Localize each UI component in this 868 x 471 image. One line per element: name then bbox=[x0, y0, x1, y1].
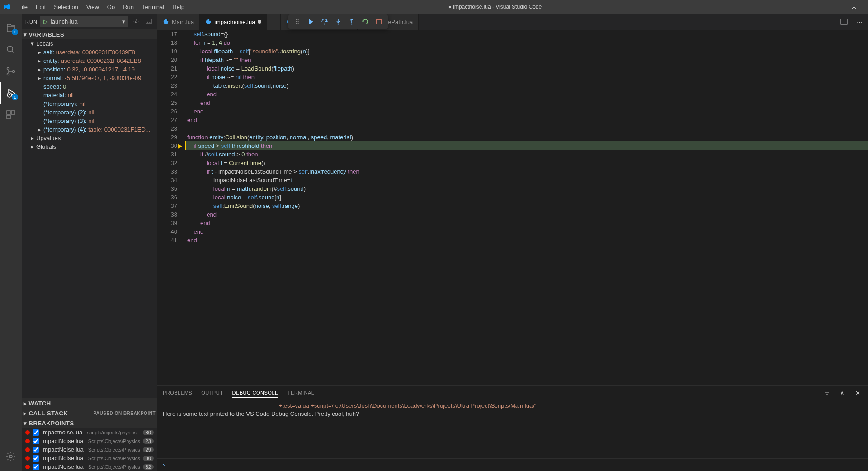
breakpoint-item[interactable]: ImpactNoise.luaScripts\Objects\Physics32 bbox=[22, 462, 157, 471]
code-line[interactable]: end bbox=[185, 107, 868, 116]
step-into-button[interactable] bbox=[332, 15, 344, 28]
code-line[interactable]: for n = 1, 4 do bbox=[185, 38, 868, 47]
source-control-icon[interactable] bbox=[0, 61, 22, 82]
restart-button[interactable] bbox=[359, 15, 372, 28]
code-line[interactable]: end bbox=[185, 99, 868, 107]
toolbar-grip-icon[interactable]: ⠿ bbox=[291, 15, 304, 28]
code-editor[interactable]: 1718192021222324252627282930313233343536… bbox=[157, 30, 868, 385]
menu-edit[interactable]: Edit bbox=[32, 2, 49, 12]
breakpoint-checkbox[interactable] bbox=[33, 447, 39, 453]
code-line[interactable]: if noise ~= nil then bbox=[185, 73, 868, 81]
panel-tab-output[interactable]: Output bbox=[201, 388, 223, 397]
code-line[interactable]: end bbox=[185, 90, 868, 99]
code-line[interactable]: local noise = self.sound[n] bbox=[185, 193, 868, 202]
code-line[interactable]: local noise = LoadSound(filepath) bbox=[185, 64, 868, 73]
variable-item[interactable]: ▸entity: userdata: 00000231F8042EB8 bbox=[22, 57, 157, 65]
split-editor-icon[interactable] bbox=[839, 17, 849, 27]
step-over-button[interactable] bbox=[318, 15, 331, 28]
debug-sidebar: RUN ▷ launch-lua ▾ ▾VARIABLES ▾Locals ▸s… bbox=[22, 14, 157, 471]
breakpoints-header[interactable]: ▾BREAKPOINTS bbox=[22, 418, 157, 428]
breakpoint-item[interactable]: impactnoise.luascripts/objects/physics30 bbox=[22, 428, 157, 437]
variable-item[interactable]: ▸normal: -5.58794e-07, 1, -9.8034e-09 bbox=[22, 74, 157, 82]
panel-tab-debug-console[interactable]: Debug Console bbox=[232, 388, 278, 398]
play-icon: ▷ bbox=[43, 18, 48, 25]
globals-scope[interactable]: ▸Globals bbox=[22, 142, 157, 151]
variable-item[interactable]: (*temporary) (2): nil bbox=[22, 108, 157, 117]
code-line[interactable]: if filepath ~= "" then bbox=[185, 56, 868, 64]
launch-config-select[interactable]: ▷ launch-lua ▾ bbox=[40, 16, 128, 27]
upvalues-scope[interactable]: ▸Upvalues bbox=[22, 134, 157, 142]
panel-tab-terminal[interactable]: Terminal bbox=[288, 388, 315, 397]
callstack-header[interactable]: ▸CALL STACKPAUSED ON BREAKPOINT bbox=[22, 408, 157, 418]
variable-item[interactable]: ▸self: userdata: 00000231F80439F8 bbox=[22, 48, 157, 57]
editor-tab[interactable]: Main.lua bbox=[157, 14, 200, 30]
code-line[interactable]: end bbox=[185, 236, 868, 245]
step-out-button[interactable] bbox=[345, 15, 358, 28]
minimize-button[interactable] bbox=[802, 0, 823, 14]
run-debug-icon[interactable]: 1 bbox=[0, 82, 22, 104]
breakpoint-checkbox[interactable] bbox=[33, 464, 39, 470]
variables-header[interactable]: ▾VARIABLES bbox=[22, 29, 157, 39]
menu-view[interactable]: View bbox=[83, 2, 103, 12]
extensions-icon[interactable] bbox=[0, 104, 22, 126]
code-line[interactable]: ImpactNoiseLastSoundTime=t bbox=[185, 176, 868, 184]
code-line[interactable]: local n = math.random(#self.sound) bbox=[185, 184, 868, 193]
menu-selection[interactable]: Selection bbox=[50, 2, 81, 12]
debug-toolbar[interactable]: ⠿ bbox=[288, 14, 388, 29]
code-line[interactable]: if t - ImpactNoiseLastSoundTime > self.m… bbox=[185, 167, 868, 176]
variable-item[interactable]: ▸position: 0.32, -0.000941217, -4.19 bbox=[22, 65, 157, 74]
menu-terminal[interactable]: Terminal bbox=[138, 2, 168, 12]
breakpoint-item[interactable]: ImpactNoise.luaScripts\Objects\Physics30 bbox=[22, 454, 157, 462]
code-line[interactable]: function entity:Collision(entity, positi… bbox=[185, 133, 868, 141]
explorer-icon[interactable]: 1 bbox=[0, 17, 22, 39]
code-line[interactable] bbox=[185, 124, 868, 133]
watch-header[interactable]: ▸WATCH bbox=[22, 398, 157, 408]
variable-item[interactable]: ▸(*temporary) (4): table: 00000231F1ED..… bbox=[22, 125, 157, 134]
breakpoint-checkbox[interactable] bbox=[33, 429, 39, 436]
menu-bar: File Edit Selection View Go Run Terminal… bbox=[14, 2, 188, 12]
stop-button[interactable] bbox=[373, 15, 385, 28]
gear-icon[interactable] bbox=[131, 17, 141, 27]
debug-console-output[interactable]: +test=valua +script=\"c:\Users\Josh\Docu… bbox=[157, 400, 868, 458]
more-actions-icon[interactable]: ⋯ bbox=[854, 17, 864, 27]
code-line[interactable]: ▶ if speed > self.threshhold then bbox=[185, 141, 868, 150]
continue-button[interactable] bbox=[305, 15, 317, 28]
breakpoint-checkbox[interactable] bbox=[33, 438, 39, 444]
breakpoint-item[interactable]: ImpactNoise.luaScripts\Objects\Physics29 bbox=[22, 445, 157, 454]
editor-tab[interactable] bbox=[267, 14, 281, 30]
svg-point-5 bbox=[13, 71, 15, 73]
variable-item[interactable]: (*temporary) (3): nil bbox=[22, 117, 157, 125]
code-line[interactable]: self.sound={} bbox=[185, 30, 868, 38]
variable-item[interactable]: speed: 0 bbox=[22, 82, 157, 91]
code-line[interactable]: table.insert(self.sound,noise) bbox=[185, 81, 868, 90]
code-line[interactable]: end bbox=[185, 227, 868, 236]
panel-tab-problems[interactable]: Problems bbox=[163, 388, 192, 397]
variable-item[interactable]: (*temporary): nil bbox=[22, 99, 157, 108]
code-content[interactable]: self.sound={} for n = 1, 4 do local file… bbox=[185, 30, 868, 385]
menu-go[interactable]: Go bbox=[104, 2, 118, 12]
close-panel-icon[interactable]: ✕ bbox=[853, 388, 863, 398]
search-icon[interactable] bbox=[0, 39, 22, 61]
variable-item[interactable]: material: nil bbox=[22, 91, 157, 99]
filter-icon[interactable] bbox=[822, 388, 832, 398]
breakpoint-item[interactable]: ImpactNoise.luaScripts\Objects\Physics23 bbox=[22, 437, 157, 445]
code-line[interactable]: if #self.sound > 0 then bbox=[185, 150, 868, 159]
editor-tab[interactable]: impactnoise.lua bbox=[200, 14, 267, 30]
menu-help[interactable]: Help bbox=[169, 2, 188, 12]
code-line[interactable]: local t = CurrentTime() bbox=[185, 159, 868, 167]
close-button[interactable] bbox=[844, 0, 864, 14]
code-line[interactable]: end bbox=[185, 210, 868, 219]
settings-icon[interactable] bbox=[0, 446, 22, 467]
maximize-panel-icon[interactable]: ∧ bbox=[837, 388, 847, 398]
code-line[interactable]: end bbox=[185, 116, 868, 124]
code-line[interactable]: self:EmitSound(noise, self.range) bbox=[185, 202, 868, 210]
code-line[interactable]: local filepath = self["soundfile"..tostr… bbox=[185, 47, 868, 56]
menu-file[interactable]: File bbox=[14, 2, 31, 12]
debug-console-icon[interactable] bbox=[144, 17, 154, 27]
menu-run[interactable]: Run bbox=[119, 2, 137, 12]
breakpoint-checkbox[interactable] bbox=[33, 455, 39, 462]
locals-scope[interactable]: ▾Locals bbox=[22, 39, 157, 48]
maximize-button[interactable] bbox=[823, 0, 844, 14]
debug-console-input[interactable]: › bbox=[157, 458, 868, 471]
code-line[interactable]: end bbox=[185, 219, 868, 227]
